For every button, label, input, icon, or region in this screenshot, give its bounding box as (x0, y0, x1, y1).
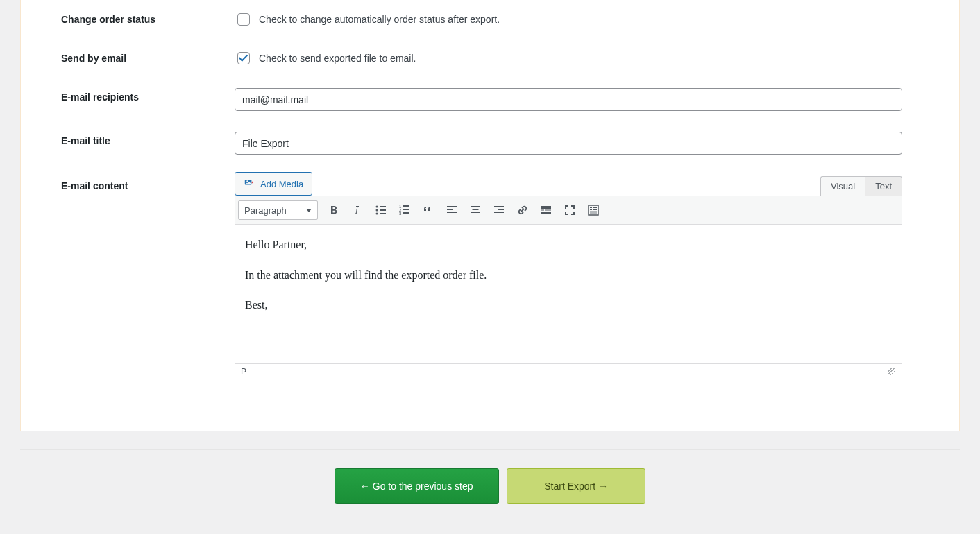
start-export-button[interactable]: Start Export → (507, 468, 645, 504)
numbered-list-button[interactable]: 123 (393, 199, 416, 221)
quote-icon (421, 203, 435, 217)
svg-rect-19 (471, 212, 480, 213)
svg-text:3: 3 (399, 212, 402, 216)
label-change-order-status: Change order status (61, 0, 235, 39)
italic-button[interactable] (346, 199, 369, 221)
bold-icon (327, 203, 341, 217)
bullet-list-icon (374, 203, 388, 217)
send-by-email-field[interactable]: Check to send exported file to email. (235, 50, 919, 67)
send-by-email-checkbox[interactable] (237, 52, 250, 64)
editor-paragraph: Best, (245, 296, 892, 314)
toolbar-toggle-icon (586, 203, 600, 217)
change-order-status-caption: Check to change automatically order stat… (259, 14, 500, 25)
align-right-button[interactable] (487, 199, 511, 221)
add-media-button[interactable]: Add Media (235, 172, 312, 196)
svg-rect-17 (471, 206, 480, 207)
svg-rect-31 (595, 207, 597, 208)
svg-rect-21 (498, 209, 504, 210)
svg-rect-23 (541, 206, 551, 209)
svg-rect-34 (595, 209, 597, 210)
italic-icon (350, 203, 364, 217)
label-email-content: E-mail content (61, 165, 235, 390)
email-recipients-input[interactable] (235, 88, 902, 111)
chevron-down-icon (306, 209, 312, 212)
align-center-button[interactable] (464, 199, 487, 221)
numbered-list-icon: 123 (398, 203, 412, 217)
editor: Paragraph (235, 196, 902, 379)
resize-handle[interactable] (888, 368, 896, 376)
tab-text[interactable]: Text (865, 176, 902, 196)
fullscreen-icon (563, 203, 577, 217)
label-email-recipients: E-mail recipients (61, 78, 235, 121)
change-order-status-field[interactable]: Check to change automatically order stat… (235, 11, 919, 28)
align-left-button[interactable] (440, 199, 464, 221)
label-send-by-email: Send by email (61, 39, 235, 78)
row-email-recipients: E-mail recipients (61, 78, 919, 121)
svg-rect-18 (473, 209, 479, 210)
add-media-label: Add Media (260, 179, 303, 189)
svg-rect-25 (545, 210, 548, 211)
svg-rect-32 (590, 209, 592, 210)
svg-rect-13 (447, 206, 457, 207)
svg-rect-22 (494, 212, 504, 213)
align-left-icon (445, 203, 459, 217)
svg-rect-6 (380, 213, 386, 214)
svg-rect-29 (590, 207, 592, 208)
send-by-email-caption: Check to send exported file to email. (259, 53, 416, 64)
row-email-title: E-mail title (61, 121, 919, 165)
format-select-label: Paragraph (244, 205, 287, 216)
bullet-list-button[interactable] (369, 199, 393, 221)
format-select[interactable]: Paragraph (238, 200, 318, 220)
align-center-icon (468, 203, 482, 217)
svg-point-2 (376, 209, 378, 212)
previous-step-button[interactable]: ← Go to the previous step (335, 468, 499, 504)
svg-rect-10 (403, 205, 409, 207)
tab-visual[interactable]: Visual (820, 176, 865, 196)
svg-rect-33 (593, 209, 595, 210)
media-icon (244, 178, 256, 189)
svg-point-3 (376, 213, 378, 215)
svg-rect-27 (541, 212, 551, 214)
blockquote-button[interactable] (416, 199, 440, 221)
editor-element-path[interactable]: P (241, 367, 246, 377)
label-email-title: E-mail title (61, 121, 235, 165)
svg-rect-35 (590, 211, 597, 214)
svg-rect-4 (380, 206, 386, 207)
svg-rect-15 (447, 212, 457, 213)
change-order-status-checkbox[interactable] (237, 13, 250, 26)
editor-body[interactable]: Hello Partner, In the attachment you wil… (235, 225, 902, 363)
svg-point-1 (376, 206, 378, 208)
align-right-icon (492, 203, 506, 217)
svg-rect-11 (403, 209, 409, 210)
svg-rect-5 (380, 209, 386, 211)
svg-rect-24 (541, 210, 544, 211)
editor-paragraph: Hello Partner, (245, 236, 892, 254)
read-more-icon (539, 203, 553, 217)
bold-button[interactable] (322, 199, 346, 221)
email-title-input[interactable] (235, 132, 902, 155)
row-send-by-email: Send by email Check to send exported fil… (61, 39, 919, 78)
svg-rect-12 (403, 212, 409, 214)
toolbar-toggle-button[interactable] (582, 199, 605, 221)
link-button[interactable] (511, 199, 534, 221)
link-icon (516, 203, 530, 217)
fullscreen-button[interactable] (558, 199, 582, 221)
svg-rect-14 (447, 209, 453, 210)
svg-rect-26 (548, 210, 551, 211)
row-change-order-status: Change order status Check to change auto… (61, 0, 919, 39)
editor-paragraph: In the attachment you will find the expo… (245, 266, 892, 284)
svg-rect-30 (593, 207, 595, 208)
svg-rect-20 (494, 206, 504, 207)
row-email-content: E-mail content (61, 165, 919, 390)
read-more-button[interactable] (534, 199, 558, 221)
